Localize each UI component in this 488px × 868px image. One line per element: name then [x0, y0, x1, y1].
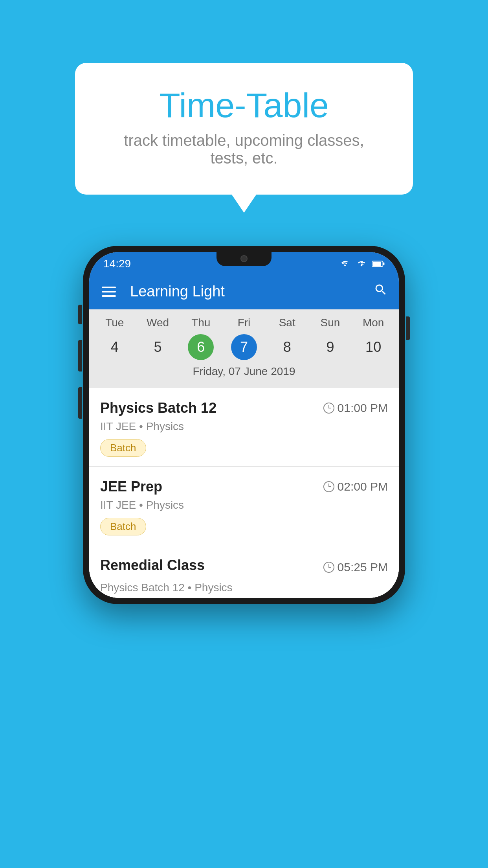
day-cell-5[interactable]: 5: [136, 332, 180, 362]
schedule-time-value-3: 05:25 PM: [338, 561, 388, 574]
volume-up-button: [78, 340, 82, 371]
day-header-wed: Wed: [136, 316, 180, 329]
day-num-5: 5: [145, 334, 171, 360]
search-button[interactable]: [374, 283, 388, 300]
day-header-thu: Thu: [179, 316, 222, 329]
day-cell-7[interactable]: 7: [222, 332, 266, 362]
day-header-tue: Tue: [93, 316, 136, 329]
app-title: Learning Light: [130, 283, 364, 300]
day-cell-4[interactable]: 4: [93, 332, 136, 362]
phone-screen: 14:29: [89, 252, 399, 598]
schedule-list: Physics Batch 12 01:00 PM IIT JEE • Phys…: [89, 388, 399, 598]
wifi-icon: [339, 259, 352, 268]
schedule-item-header-1: Physics Batch 12 01:00 PM: [100, 400, 388, 416]
phone-notch: [216, 252, 272, 266]
day-cell-10[interactable]: 10: [352, 332, 395, 362]
hamburger-line-3: [102, 295, 116, 297]
day-num-9: 9: [317, 334, 343, 360]
day-cell-9[interactable]: 9: [309, 332, 352, 362]
day-num-4: 4: [102, 334, 128, 360]
front-camera: [240, 255, 248, 262]
schedule-meta-3: Physics Batch 12 • Physics: [100, 581, 388, 594]
schedule-item-jee-prep[interactable]: JEE Prep 02:00 PM IIT JEE • Physics Batc…: [89, 467, 399, 545]
selected-date-label: Friday, 07 June 2019: [89, 362, 399, 384]
power-button: [406, 316, 410, 340]
clock-icon-2: [323, 481, 334, 492]
schedule-time-value-1: 01:00 PM: [338, 401, 388, 415]
battery-icon: [372, 259, 385, 268]
schedule-name-3: Remedial Class: [100, 557, 205, 574]
schedule-name-2: JEE Prep: [100, 478, 162, 495]
day-num-8: 8: [274, 334, 300, 360]
schedule-item-remedial[interactable]: Remedial Class 05:25 PM Physics Batch 12…: [89, 545, 399, 598]
clock-icon-1: [323, 403, 334, 414]
hamburger-line-2: [102, 291, 116, 292]
day-cell-6[interactable]: 6: [179, 332, 222, 362]
day-header-fri: Fri: [222, 316, 266, 329]
batch-tag-1: Batch: [100, 439, 146, 457]
schedule-time-value-2: 02:00 PM: [338, 480, 388, 493]
phone-mockup: 14:29: [83, 246, 405, 604]
schedule-time-2: 02:00 PM: [323, 480, 388, 493]
schedule-item-header-3: Remedial Class 05:25 PM: [100, 557, 388, 577]
svg-rect-2: [373, 262, 381, 266]
hamburger-line-1: [102, 287, 116, 288]
svg-rect-1: [383, 262, 384, 265]
volume-down-button: [78, 387, 82, 419]
day-num-10: 10: [360, 334, 386, 360]
bubble-title: Time-Table: [106, 86, 382, 125]
speech-bubble: Time-Table track timetable, upcoming cla…: [75, 63, 413, 195]
phone-outer: 14:29: [83, 246, 405, 604]
day-header-mon: Mon: [352, 316, 395, 329]
schedule-time-3: 05:25 PM: [323, 561, 388, 574]
day-num-7-selected: 7: [231, 334, 257, 360]
speech-bubble-section: Time-Table track timetable, upcoming cla…: [75, 63, 413, 195]
day-cell-8[interactable]: 8: [266, 332, 309, 362]
schedule-meta-1: IIT JEE • Physics: [100, 420, 388, 433]
day-numbers: 4 5 6 7 8 9: [89, 332, 399, 362]
schedule-item-header-2: JEE Prep 02:00 PM: [100, 478, 388, 495]
calendar-strip: Tue Wed Thu Fri Sat Sun Mon 4 5: [89, 309, 399, 388]
status-time: 14:29: [103, 257, 131, 270]
day-header-sat: Sat: [266, 316, 309, 329]
schedule-name-1: Physics Batch 12: [100, 400, 216, 416]
search-icon: [374, 283, 388, 297]
silent-button: [78, 305, 82, 324]
hamburger-menu-button[interactable]: [100, 285, 117, 298]
schedule-item-physics-batch[interactable]: Physics Batch 12 01:00 PM IIT JEE • Phys…: [89, 388, 399, 467]
schedule-time-1: 01:00 PM: [323, 401, 388, 415]
schedule-meta-2: IIT JEE • Physics: [100, 499, 388, 511]
batch-tag-2: Batch: [100, 518, 146, 535]
signal-icon: [356, 259, 368, 268]
status-icons: [339, 259, 385, 268]
day-headers: Tue Wed Thu Fri Sat Sun Mon: [89, 316, 399, 329]
app-bar: Learning Light: [89, 274, 399, 309]
bubble-subtitle: track timetable, upcoming classes, tests…: [106, 132, 382, 167]
day-header-sun: Sun: [309, 316, 352, 329]
clock-icon-3: [323, 562, 334, 573]
day-num-6-today: 6: [188, 334, 214, 360]
